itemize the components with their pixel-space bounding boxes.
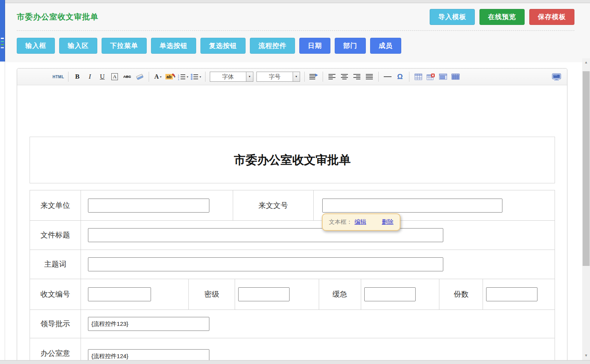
remove-format-button[interactable]: [135, 71, 145, 83]
html-icon: HTML: [53, 75, 64, 79]
scroll-down-arrow-icon[interactable]: ▼: [582, 352, 590, 359]
subject-input[interactable]: [88, 257, 443, 271]
subject-input-cell: [81, 250, 555, 279]
monitor-icon: [552, 73, 561, 81]
urgency-label: 缓急: [319, 289, 361, 299]
tool-checkbox-button[interactable]: 复选按钮: [200, 38, 246, 54]
secrecy-input-cell: [235, 279, 319, 309]
strikethrough-icon: ABC: [123, 75, 131, 79]
eraser-icon: [136, 74, 144, 80]
document-title: 市委办公室收文审批单: [234, 152, 351, 168]
field-edit-tooltip: 文本框：编辑删除: [322, 213, 400, 231]
form-table: 来文单位 来文文号 文件标题: [30, 190, 555, 364]
tool-department-button[interactable]: 部门: [335, 38, 366, 54]
toolbar-separator: [68, 72, 68, 82]
bold-icon: B: [75, 73, 79, 81]
strikethrough-button[interactable]: ABC: [122, 71, 132, 83]
scrollbar-thumb[interactable]: [583, 71, 590, 266]
table-properties-button[interactable]: [438, 71, 448, 83]
secrecy-label-cell: 密级: [189, 279, 235, 309]
dashed-divider: [17, 30, 574, 31]
tool-dropdown-button[interactable]: 下拉菜单: [102, 38, 147, 54]
copies-label-cell: 份数: [439, 279, 483, 309]
import-template-button[interactable]: 导入模板: [430, 9, 475, 25]
incoming-unit-input[interactable]: [88, 199, 209, 213]
font-color-icon: A: [154, 73, 159, 80]
pencil-icon: ✎: [172, 73, 175, 78]
align-justify-button[interactable]: [364, 71, 374, 83]
mini-icon: [1, 44, 4, 45]
chevron-down-icon: ▾: [160, 75, 162, 79]
bold-button[interactable]: B: [72, 71, 83, 83]
font-size-label: 字号: [257, 72, 293, 81]
tool-input-box-button[interactable]: 输入框: [17, 38, 55, 54]
ordered-list-button[interactable]: 1 2 3 ▾: [178, 71, 188, 83]
doc-title-label-cell: 文件标题: [30, 221, 81, 250]
font-family-label: 字体: [210, 72, 246, 81]
scroll-up-arrow-icon[interactable]: ▲: [582, 59, 590, 65]
align-justify-icon: [366, 74, 373, 79]
table-row: 主题词: [30, 250, 555, 279]
ordered-list-icon: 1 2 3: [178, 74, 186, 80]
font-color-button[interactable]: A ▾: [153, 71, 163, 83]
cell-properties-icon: [451, 74, 460, 80]
special-char-button[interactable]: Ω: [395, 71, 405, 83]
cell-properties-button[interactable]: [451, 71, 461, 83]
doc-title-label: 文件标题: [30, 230, 81, 240]
insert-table-button[interactable]: [413, 71, 423, 83]
chevron-down-icon: ▾: [293, 72, 300, 81]
highlight-color-button[interactable]: ab✎ ▾: [165, 71, 176, 83]
incoming-number-input[interactable]: [322, 199, 502, 213]
unordered-list-icon: [191, 74, 198, 80]
align-right-icon: [353, 74, 360, 79]
align-left-button[interactable]: [327, 71, 337, 83]
toolbar-separator: [205, 72, 205, 82]
window-top-edge: [0, 0, 590, 3]
fullscreen-button[interactable]: [551, 71, 562, 83]
font-family-select[interactable]: 字体 ▾: [210, 72, 253, 82]
svg-text:3: 3: [178, 78, 179, 80]
leader-remarks-input[interactable]: [88, 317, 209, 331]
table-properties-icon: [439, 74, 447, 80]
underline-button[interactable]: U: [97, 71, 107, 83]
underline-icon: U: [100, 73, 105, 81]
indent-icon: [309, 74, 318, 80]
vertical-scrollbar[interactable]: ▲ ▼: [582, 58, 590, 364]
tool-member-button[interactable]: 成员: [370, 38, 401, 54]
font-size-select[interactable]: 字号 ▾: [256, 72, 300, 82]
editor-canvas[interactable]: 市委办公室收文审批单 来文单位 来文文号: [17, 85, 567, 364]
copies-input[interactable]: [486, 287, 537, 301]
copies-label: 份数: [439, 289, 483, 299]
online-preview-button[interactable]: 在线预览: [479, 9, 525, 25]
delete-field-link[interactable]: 删除: [382, 218, 393, 225]
secrecy-input[interactable]: [238, 287, 290, 301]
serial-input[interactable]: [88, 287, 151, 301]
page-title: 市委办公室收文审批单: [17, 12, 98, 22]
indent-button[interactable]: [309, 71, 319, 83]
tool-textarea-button[interactable]: 输入区: [59, 38, 97, 54]
align-center-button[interactable]: [339, 71, 349, 83]
format-button[interactable]: A: [110, 71, 120, 83]
html-source-button[interactable]: HTML: [53, 71, 64, 83]
edit-field-link[interactable]: 编辑: [355, 218, 366, 225]
table-icon: [414, 74, 422, 80]
toolbar-separator: [149, 72, 149, 82]
align-center-icon: [341, 74, 348, 79]
urgency-input-cell: [361, 279, 440, 309]
save-template-button[interactable]: 保存模板: [529, 9, 574, 25]
tooltip-label: 文本框：: [329, 218, 352, 225]
italic-button[interactable]: I: [85, 71, 95, 83]
unordered-list-button[interactable]: ▾: [191, 71, 201, 83]
urgency-input[interactable]: [364, 287, 416, 301]
horizontal-rule-button[interactable]: [383, 71, 393, 83]
tool-radio-button[interactable]: 单选按钮: [151, 38, 196, 54]
tool-flow-control-button[interactable]: 流程控件: [250, 38, 295, 54]
incoming-number-label: 来文文号: [233, 200, 313, 211]
incoming-unit-input-cell: [81, 190, 233, 220]
delete-table-button[interactable]: [426, 71, 436, 83]
mini-icon: [1, 38, 4, 39]
align-right-button[interactable]: [352, 71, 362, 83]
table-row: 来文单位 来文文号: [30, 190, 555, 221]
tool-date-button[interactable]: 日期: [299, 38, 330, 54]
serial-label: 收文编号: [30, 289, 81, 299]
